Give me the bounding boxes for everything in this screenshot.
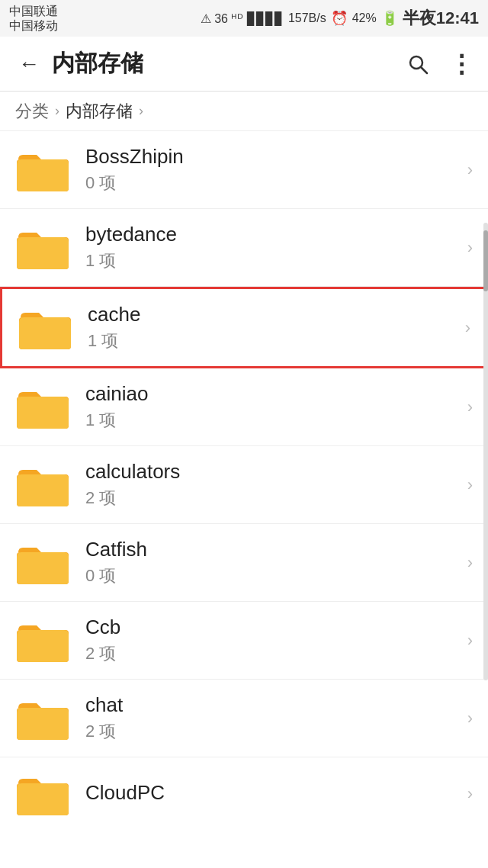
carrier1: 中国联通 — [9, 4, 58, 18]
folder-name: CloudPC — [85, 781, 461, 805]
speed: 157B/s — [288, 11, 326, 25]
carrier-info: 中国联通 中国移动 — [9, 4, 58, 33]
breadcrumb-home[interactable]: 分类 — [15, 100, 49, 123]
carrier2: 中国移动 — [9, 18, 58, 33]
folder-info: CloudPC — [85, 781, 461, 808]
folder-item[interactable]: BossZhipin 0 项 › — [0, 131, 488, 209]
chevron-right-icon: › — [467, 160, 473, 180]
folder-count: 1 项 — [85, 409, 461, 432]
status-time: 半夜12:41 — [403, 7, 479, 30]
folder-item-chat[interactable]: chat 2 项 › — [0, 680, 488, 757]
more-button[interactable]: ⋮ — [445, 49, 476, 79]
breadcrumb: 分类 › 内部存储 › — [0, 92, 488, 131]
folder-list: BossZhipin 0 项 › bytedance 1 项 › cache — [0, 131, 488, 831]
folder-count: 2 项 — [85, 642, 461, 665]
folder-icon — [15, 384, 70, 430]
folder-item[interactable]: Ccb 2 项 › — [0, 602, 488, 680]
back-button[interactable]: ← — [12, 47, 46, 81]
folder-item[interactable]: calculators 2 项 › — [0, 446, 488, 524]
folder-count: 2 项 — [85, 487, 461, 510]
folder-count: 1 项 — [88, 330, 459, 352]
status-right: ⚠ 36 ᴴᴰ ▊▊▊▊ 157B/s ⏰ 42% 🔋 半夜12:41 — [201, 7, 479, 30]
toolbar-icons: ⋮ — [403, 49, 476, 79]
folder-icon — [15, 618, 70, 664]
folder-info: bytedance 1 项 — [85, 223, 461, 272]
folder-icon — [18, 305, 72, 351]
folder-item[interactable]: Catfish 0 项 › — [0, 524, 488, 602]
folder-icon — [15, 771, 70, 817]
chevron-right-icon: › — [467, 631, 473, 651]
folder-info: Ccb 2 项 — [85, 616, 461, 665]
folder-count: 0 项 — [85, 172, 461, 194]
folder-icon — [15, 147, 70, 193]
folder-name: bytedance — [85, 223, 461, 246]
signal-icon: ⚠ 36 ᴴᴰ ▊▊▊▊ — [201, 11, 284, 26]
folder-item[interactable]: CloudPC › — [0, 757, 488, 831]
chevron-right-icon: › — [467, 397, 473, 417]
folder-icon — [15, 696, 70, 741]
scrollbar-track — [483, 223, 488, 680]
folder-count: 0 项 — [85, 564, 461, 587]
folder-name: BossZhipin — [85, 145, 461, 169]
breadcrumb-current: 内部存储 — [66, 100, 133, 123]
svg-line-1 — [421, 67, 427, 73]
folder-name: Catfish — [85, 538, 461, 561]
folder-info: calculators 2 项 — [85, 460, 461, 510]
folder-name: chat — [85, 693, 461, 717]
folder-info: chat 2 项 — [85, 693, 461, 743]
folder-name: calculators — [85, 460, 461, 484]
folder-count: 1 项 — [85, 249, 461, 272]
search-button[interactable] — [403, 49, 433, 79]
chevron-right-icon: › — [467, 475, 473, 495]
chevron-right-icon: › — [467, 709, 473, 728]
folder-icon — [15, 462, 70, 508]
app-bar: ← 内部存储 ⋮ — [0, 37, 488, 92]
folder-name: cainiao — [85, 382, 461, 406]
chevron-right-icon: › — [467, 238, 473, 258]
folder-info: cainiao 1 项 — [85, 382, 461, 432]
chevron-right-icon: › — [465, 318, 470, 338]
chevron-right-icon: › — [467, 553, 473, 573]
folder-item-cache[interactable]: cache 1 项 › — [0, 287, 488, 368]
folder-info: cache 1 项 — [88, 303, 459, 352]
folder-icon — [15, 540, 70, 586]
chevron-right-icon: › — [467, 784, 473, 804]
scrollbar-thumb[interactable] — [483, 230, 488, 291]
folder-item[interactable]: cainiao 1 项 › — [0, 368, 488, 446]
breadcrumb-sep1: › — [55, 103, 59, 119]
breadcrumb-sep2: › — [139, 103, 143, 119]
status-bar: 中国联通 中国移动 ⚠ 36 ᴴᴰ ▊▊▊▊ 157B/s ⏰ 42% 🔋 半夜… — [0, 0, 488, 37]
battery-icon: 🔋 — [381, 10, 398, 27]
folder-name: cache — [88, 303, 459, 326]
alarm-icon: ⏰ — [331, 10, 348, 27]
folder-info: BossZhipin 0 项 — [85, 145, 461, 194]
page-title: 内部存储 — [52, 48, 403, 79]
folder-name: Ccb — [85, 616, 461, 639]
folder-item[interactable]: bytedance 1 项 › — [0, 209, 488, 287]
folder-info: Catfish 0 项 — [85, 538, 461, 587]
folder-icon — [15, 225, 70, 271]
battery: 42% — [352, 11, 377, 25]
folder-count: 2 项 — [85, 720, 461, 743]
